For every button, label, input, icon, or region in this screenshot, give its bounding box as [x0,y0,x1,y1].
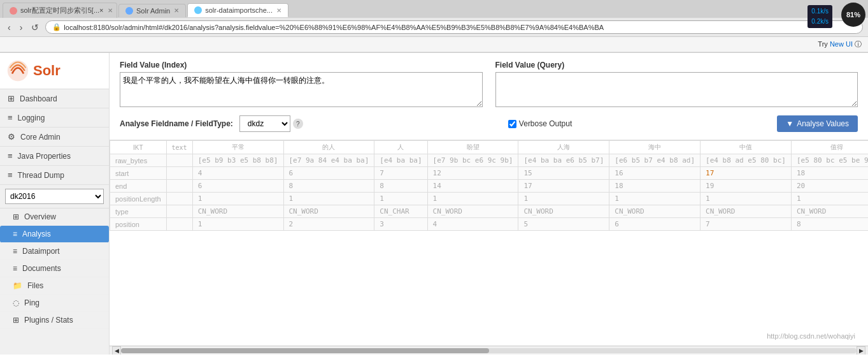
cell-start-4: 12 [427,167,518,180]
cell-poslength-1: 1 [192,193,283,205]
core-selector[interactable]: dk2016 [0,185,109,209]
sidebar-item-core-admin[interactable]: ⚙ Core Admin [0,128,109,147]
col-header-zhongzhi: 中值 [701,141,792,154]
tab-bar: solr配置定时同步索引5[...× ✕ Solr Admin ✕ solr-d… [0,0,868,18]
cell-start-6: 16 [609,167,701,180]
url-bar[interactable]: 🔒 localhost:8180/solr/admin/html#/dk2016… [45,20,863,34]
tab-close-2[interactable]: ✕ [174,7,179,14]
field-row: Field Value (Index) 我是个平常的人，我不能盼望在人海中值得你… [120,61,858,109]
verbose-label: Verbose Output [519,119,572,128]
cell-raw-bytes-8: [e5 80 bc e5 be 97] [791,154,868,167]
main-content: Field Value (Index) 我是个平常的人，我不能盼望在人海中值得你… [110,53,868,355]
col-header-ren: 人 [374,141,427,154]
verbose-check-wrapper: Verbose Output [508,119,572,128]
plugins-icon: ⊞ [13,316,19,325]
refresh-button[interactable]: ↺ [29,21,41,34]
col-header-deren: 的人 [283,141,374,154]
network-up: 0.1k/s [811,6,829,17]
dataimport-icon: ≡ [13,247,17,256]
cell-type-4: CN_WORD [427,205,518,218]
sidebar-item-ping[interactable]: ◌ Ping [0,295,109,312]
cell-type-8: CN_WORD [791,205,868,218]
dashboard-icon: ⊞ [8,94,15,103]
cell-poslength-8: 1 [791,193,868,205]
analysis-table-area: IKT text 平常 的人 人 盼望 人海 海中 中值 值得 [e4 [110,140,868,346]
sidebar-label-core-admin: Core Admin [20,133,60,142]
field-value-index-input[interactable]: 我是个平常的人，我不能盼望在人海中值得你一转眼的注意。 [120,72,483,107]
cell-start-1: 4 [192,167,283,180]
sidebar-item-files[interactable]: 📁 Files [0,277,109,295]
help-icon[interactable]: ? [293,119,303,129]
cell-raw-bytes-7: [e4 b8 ad e5 80 bc] [701,154,792,167]
cell-raw-bytes-1: [e5 b9 b3 e5 b8 b8] [192,154,283,167]
cell-start-8: 18 [791,167,868,180]
cell-position-7: 7 [701,218,792,231]
cell-type-0 [166,205,192,218]
sidebar-item-logging[interactable]: ≡ Logging [0,108,109,128]
solr-logo-text: Solr [33,62,60,79]
cell-poslength-3: 1 [374,193,427,205]
cell-end-1: 6 [192,180,283,193]
cell-poslength-2: 1 [283,193,374,205]
sidebar-item-overview[interactable]: ⊞ Overview [0,209,109,226]
table-row-end: end 6 8 8 14 17 18 19 20 24 [110,180,869,193]
new-ui-link[interactable]: New UI [830,40,853,48]
browser-chrome: solr配置定时同步索引5[...× ✕ Solr Admin ✕ solr-d… [0,0,868,53]
sidebar-label-files: Files [27,281,43,290]
tab-1[interactable]: solr配置定时同步索引5[...× ✕ [3,3,117,18]
sidebar-item-java-properties[interactable]: ≡ Java Properties [0,147,109,166]
sidebar-item-documents[interactable]: ≡ Documents [0,260,109,277]
tab-3[interactable]: solr-dataimportsche... ✕ [187,3,288,17]
scroll-right-button[interactable]: ▶ [857,346,865,355]
analysis-form: Field Value (Index) 我是个平常的人，我不能盼望在人海中值得你… [110,53,868,140]
analyse-values-button[interactable]: ▼ Analyse Values [777,115,858,132]
documents-icon: ≡ [13,264,17,273]
forward-button[interactable]: › [17,21,25,34]
scroll-thumb[interactable] [121,348,489,353]
fieldname-label: Analyse Fieldname / FieldType: [120,119,233,128]
fieldname-select-wrapper: dkdz ? [239,115,303,132]
sidebar-label-dataimport: Dataimport [22,247,60,256]
table-row-type: type CN_WORD CN_WORD CN_CHAR CN_WORD CN_… [110,205,869,218]
sidebar-label-ping: Ping [24,298,39,307]
url-text: localhost:8180/solr/admin/html#/dk2016/a… [64,24,604,31]
sidebar-item-dataimport[interactable]: ≡ Dataimport [0,243,109,260]
sidebar-item-plugins-stats[interactable]: ⊞ Plugins / Stats [0,312,109,329]
label-position: position [110,218,167,231]
cell-type-5: CN_WORD [518,205,609,218]
fieldname-select[interactable]: dkdz [239,115,290,132]
ping-icon: ◌ [13,298,19,307]
cell-raw-bytes-5: [e4 ba ba e6 b5 b7] [518,154,609,167]
cell-poslength-6: 1 [609,193,701,205]
sidebar-item-thread-dump[interactable]: ≡ Thread Dump [0,166,109,185]
tab-2[interactable]: Solr Admin ✕ [118,4,186,17]
col-header-haizhong: 海中 [609,141,701,154]
cell-type-7: CN_WORD [701,205,792,218]
cell-poslength-4: 1 [427,193,518,205]
scroll-left-button[interactable]: ◀ [112,346,121,355]
tab-close-1[interactable]: ✕ [108,7,113,14]
cell-start-2: 6 [283,167,374,180]
thread-dump-icon: ≡ [8,170,13,180]
watermark: http://blog.csdn.net/wohaqiyi [767,332,855,340]
network-down: 0.2k/s [811,17,829,27]
cell-start-3: 7 [374,167,427,180]
tab-close-3[interactable]: ✕ [276,7,281,14]
core-select[interactable]: dk2016 [5,189,104,204]
logging-icon: ≡ [8,113,13,122]
sidebar-item-dashboard[interactable]: ⊞ Dashboard [0,89,109,108]
field-value-query-input[interactable] [495,72,858,107]
java-props-icon: ≡ [8,151,13,161]
back-button[interactable]: ‹ [5,21,13,34]
cell-position-1: 1 [192,218,283,231]
sidebar-label-thread-dump: Thread Dump [18,171,64,180]
info-icon: ⓘ [855,40,862,48]
verbose-checkbox[interactable] [508,120,516,128]
sidebar-item-analysis[interactable]: ≡ Analysis [0,226,109,243]
label-raw-bytes: raw_bytes [110,154,167,167]
scroll-track[interactable] [121,348,857,353]
lock-icon: 🔒 [52,23,61,31]
col-header-zhide: 值得 [791,141,868,154]
svg-point-0 [8,61,28,81]
sidebar-label-overview: Overview [24,212,56,221]
